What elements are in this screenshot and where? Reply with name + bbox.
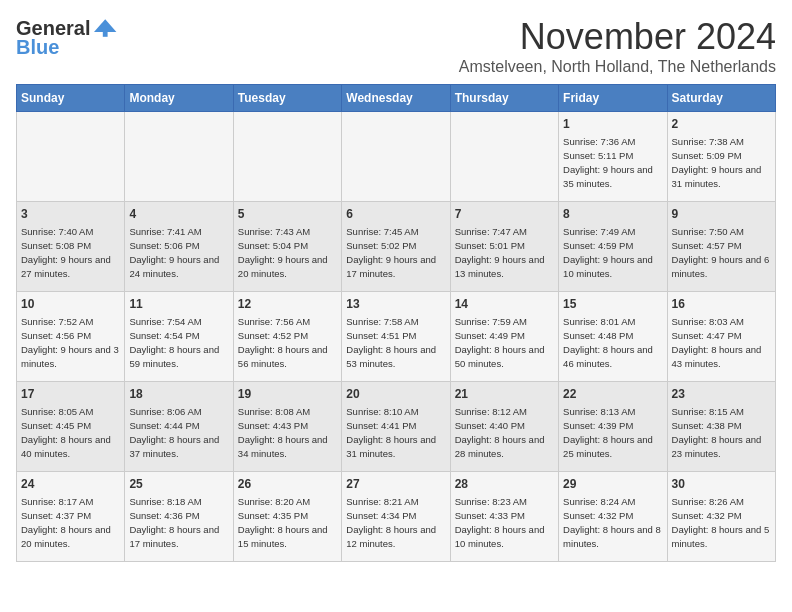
weekday-header-saturday: Saturday: [667, 85, 775, 112]
calendar-cell: 15Sunrise: 8:01 AMSunset: 4:48 PMDayligh…: [559, 292, 667, 382]
calendar-cell: 22Sunrise: 8:13 AMSunset: 4:39 PMDayligh…: [559, 382, 667, 472]
day-info: Sunrise: 8:12 AMSunset: 4:40 PMDaylight:…: [455, 406, 545, 459]
day-info: Sunrise: 8:18 AMSunset: 4:36 PMDaylight:…: [129, 496, 219, 549]
day-number: 19: [238, 386, 337, 403]
day-info: Sunrise: 8:06 AMSunset: 4:44 PMDaylight:…: [129, 406, 219, 459]
calendar-cell: 25Sunrise: 8:18 AMSunset: 4:36 PMDayligh…: [125, 472, 233, 562]
day-info: Sunrise: 7:54 AMSunset: 4:54 PMDaylight:…: [129, 316, 219, 369]
calendar-cell: 3Sunrise: 7:40 AMSunset: 5:08 PMDaylight…: [17, 202, 125, 292]
logo-blue: Blue: [16, 36, 59, 59]
weekday-header-tuesday: Tuesday: [233, 85, 341, 112]
day-info: Sunrise: 8:08 AMSunset: 4:43 PMDaylight:…: [238, 406, 328, 459]
svg-rect-1: [103, 32, 108, 37]
day-number: 16: [672, 296, 771, 313]
day-number: 10: [21, 296, 120, 313]
weekday-header-monday: Monday: [125, 85, 233, 112]
day-info: Sunrise: 7:52 AMSunset: 4:56 PMDaylight:…: [21, 316, 119, 369]
calendar-cell: 1Sunrise: 7:36 AMSunset: 5:11 PMDaylight…: [559, 112, 667, 202]
day-number: 30: [672, 476, 771, 493]
day-number: 13: [346, 296, 445, 313]
day-number: 6: [346, 206, 445, 223]
day-number: 29: [563, 476, 662, 493]
calendar-cell: 26Sunrise: 8:20 AMSunset: 4:35 PMDayligh…: [233, 472, 341, 562]
calendar-cell: 17Sunrise: 8:05 AMSunset: 4:45 PMDayligh…: [17, 382, 125, 472]
calendar-cell: 27Sunrise: 8:21 AMSunset: 4:34 PMDayligh…: [342, 472, 450, 562]
calendar-cell: 28Sunrise: 8:23 AMSunset: 4:33 PMDayligh…: [450, 472, 558, 562]
calendar-cell: 16Sunrise: 8:03 AMSunset: 4:47 PMDayligh…: [667, 292, 775, 382]
calendar-cell: 29Sunrise: 8:24 AMSunset: 4:32 PMDayligh…: [559, 472, 667, 562]
day-number: 23: [672, 386, 771, 403]
day-info: Sunrise: 8:17 AMSunset: 4:37 PMDaylight:…: [21, 496, 111, 549]
day-number: 25: [129, 476, 228, 493]
calendar-cell: 12Sunrise: 7:56 AMSunset: 4:52 PMDayligh…: [233, 292, 341, 382]
day-info: Sunrise: 8:13 AMSunset: 4:39 PMDaylight:…: [563, 406, 653, 459]
day-number: 9: [672, 206, 771, 223]
calendar-week-row: 24Sunrise: 8:17 AMSunset: 4:37 PMDayligh…: [17, 472, 776, 562]
calendar-cell: 14Sunrise: 7:59 AMSunset: 4:49 PMDayligh…: [450, 292, 558, 382]
calendar-cell: 7Sunrise: 7:47 AMSunset: 5:01 PMDaylight…: [450, 202, 558, 292]
day-info: Sunrise: 7:56 AMSunset: 4:52 PMDaylight:…: [238, 316, 328, 369]
day-info: Sunrise: 7:41 AMSunset: 5:06 PMDaylight:…: [129, 226, 219, 279]
calendar-cell: 30Sunrise: 8:26 AMSunset: 4:32 PMDayligh…: [667, 472, 775, 562]
calendar-cell: 5Sunrise: 7:43 AMSunset: 5:04 PMDaylight…: [233, 202, 341, 292]
calendar-week-row: 1Sunrise: 7:36 AMSunset: 5:11 PMDaylight…: [17, 112, 776, 202]
day-info: Sunrise: 7:45 AMSunset: 5:02 PMDaylight:…: [346, 226, 436, 279]
day-number: 14: [455, 296, 554, 313]
calendar-cell: 8Sunrise: 7:49 AMSunset: 4:59 PMDaylight…: [559, 202, 667, 292]
weekday-header-friday: Friday: [559, 85, 667, 112]
day-info: Sunrise: 7:49 AMSunset: 4:59 PMDaylight:…: [563, 226, 653, 279]
day-number: 18: [129, 386, 228, 403]
day-info: Sunrise: 8:01 AMSunset: 4:48 PMDaylight:…: [563, 316, 653, 369]
day-info: Sunrise: 8:21 AMSunset: 4:34 PMDaylight:…: [346, 496, 436, 549]
calendar-cell: 23Sunrise: 8:15 AMSunset: 4:38 PMDayligh…: [667, 382, 775, 472]
calendar-cell: 6Sunrise: 7:45 AMSunset: 5:02 PMDaylight…: [342, 202, 450, 292]
day-info: Sunrise: 7:59 AMSunset: 4:49 PMDaylight:…: [455, 316, 545, 369]
day-info: Sunrise: 8:20 AMSunset: 4:35 PMDaylight:…: [238, 496, 328, 549]
day-number: 24: [21, 476, 120, 493]
day-info: Sunrise: 8:10 AMSunset: 4:41 PMDaylight:…: [346, 406, 436, 459]
day-number: 4: [129, 206, 228, 223]
calendar-cell: [125, 112, 233, 202]
calendar-cell: 4Sunrise: 7:41 AMSunset: 5:06 PMDaylight…: [125, 202, 233, 292]
day-number: 22: [563, 386, 662, 403]
day-number: 28: [455, 476, 554, 493]
weekday-header-row: SundayMondayTuesdayWednesdayThursdayFrid…: [17, 85, 776, 112]
day-number: 8: [563, 206, 662, 223]
location-subtitle: Amstelveen, North Holland, The Netherlan…: [459, 58, 776, 76]
weekday-header-sunday: Sunday: [17, 85, 125, 112]
day-number: 5: [238, 206, 337, 223]
day-info: Sunrise: 8:05 AMSunset: 4:45 PMDaylight:…: [21, 406, 111, 459]
day-number: 15: [563, 296, 662, 313]
day-info: Sunrise: 8:23 AMSunset: 4:33 PMDaylight:…: [455, 496, 545, 549]
calendar-cell: 20Sunrise: 8:10 AMSunset: 4:41 PMDayligh…: [342, 382, 450, 472]
day-info: Sunrise: 7:47 AMSunset: 5:01 PMDaylight:…: [455, 226, 545, 279]
svg-marker-0: [94, 19, 116, 32]
day-info: Sunrise: 7:40 AMSunset: 5:08 PMDaylight:…: [21, 226, 111, 279]
day-info: Sunrise: 7:50 AMSunset: 4:57 PMDaylight:…: [672, 226, 770, 279]
day-number: 12: [238, 296, 337, 313]
month-title: November 2024: [459, 16, 776, 58]
calendar-week-row: 17Sunrise: 8:05 AMSunset: 4:45 PMDayligh…: [17, 382, 776, 472]
day-number: 26: [238, 476, 337, 493]
calendar-cell: 18Sunrise: 8:06 AMSunset: 4:44 PMDayligh…: [125, 382, 233, 472]
calendar-cell: 19Sunrise: 8:08 AMSunset: 4:43 PMDayligh…: [233, 382, 341, 472]
day-number: 7: [455, 206, 554, 223]
calendar-cell: 10Sunrise: 7:52 AMSunset: 4:56 PMDayligh…: [17, 292, 125, 382]
day-number: 21: [455, 386, 554, 403]
day-info: Sunrise: 8:24 AMSunset: 4:32 PMDaylight:…: [563, 496, 661, 549]
day-number: 20: [346, 386, 445, 403]
calendar-cell: [342, 112, 450, 202]
day-info: Sunrise: 7:38 AMSunset: 5:09 PMDaylight:…: [672, 136, 762, 189]
logo-icon: [94, 16, 118, 40]
logo: General Blue: [16, 16, 118, 59]
day-number: 17: [21, 386, 120, 403]
day-info: Sunrise: 7:43 AMSunset: 5:04 PMDaylight:…: [238, 226, 328, 279]
calendar-cell: [450, 112, 558, 202]
day-number: 3: [21, 206, 120, 223]
calendar-week-row: 3Sunrise: 7:40 AMSunset: 5:08 PMDaylight…: [17, 202, 776, 292]
calendar-cell: 2Sunrise: 7:38 AMSunset: 5:09 PMDaylight…: [667, 112, 775, 202]
calendar-table: SundayMondayTuesdayWednesdayThursdayFrid…: [16, 84, 776, 562]
day-info: Sunrise: 8:03 AMSunset: 4:47 PMDaylight:…: [672, 316, 762, 369]
weekday-header-thursday: Thursday: [450, 85, 558, 112]
day-number: 11: [129, 296, 228, 313]
